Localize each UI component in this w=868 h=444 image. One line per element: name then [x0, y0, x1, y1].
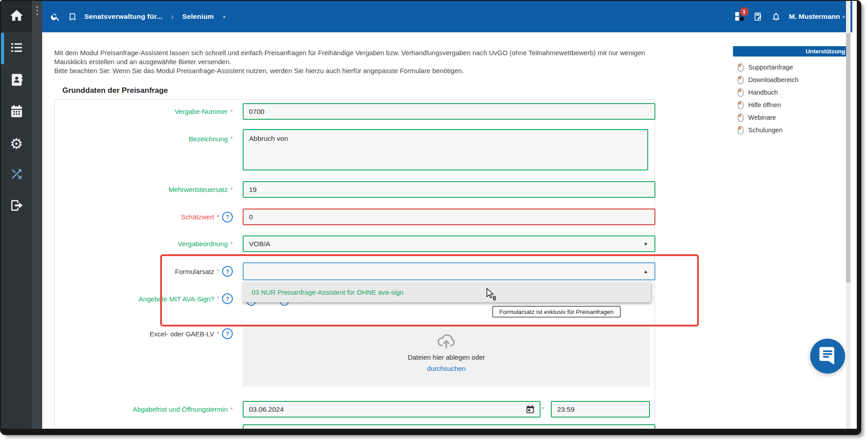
lv-upload-label: Excel- oder GAEB-LV* ? [55, 327, 233, 340]
chat-bubble-icon [818, 345, 837, 367]
vergabeordnung-label: Vergabeordnung* [55, 235, 233, 252]
formularsatz-help-icon[interactable]: ? [222, 266, 233, 277]
formularsatz-combobox[interactable]: ▲ [243, 262, 655, 280]
sidebar: ⚙ [1, 1, 42, 429]
formularsatz-option[interactable]: 03 NUR Preisanfrage-Assistent für OHNE a… [252, 288, 403, 296]
sidebar-item-contacts[interactable] [1, 65, 32, 96]
bindefrist-label: Bindefrist* [55, 424, 233, 429]
ava-sign-help-icon[interactable]: ? [222, 293, 233, 304]
breadcrumb-project[interactable]: Selenium [182, 13, 214, 21]
list-icon [9, 40, 24, 57]
chevron-down-icon: ▼ [643, 241, 648, 247]
abgabefrist-time-input[interactable]: 23:59 [551, 401, 650, 418]
scrollbar-thumb[interactable] [846, 33, 851, 283]
bindefrist-date-input[interactable]: 03.07.2024 [243, 424, 655, 429]
vertical-scrollbar [846, 1, 851, 429]
screenshot-stage: ⚙ [0, 0, 868, 444]
lv-upload-help-icon[interactable]: ? [222, 328, 233, 339]
mouse-cursor-icon [486, 288, 498, 303]
notifications-bell-icon[interactable] [771, 12, 781, 22]
sidebar-item-home[interactable] [1, 1, 32, 32]
user-menu-caret-icon: ▾ [842, 13, 845, 20]
release-notes-icon[interactable] [753, 12, 763, 22]
support-item-hilfe-oeffnen[interactable]: Hilfe öffnen [733, 99, 846, 111]
support-item-supportanfrage[interactable]: Supportanfrage [733, 61, 846, 74]
file-dropzone[interactable]: Dateien hier ablegen oder durchsuchen [243, 325, 650, 387]
sidebar-item-calendar[interactable] [1, 96, 32, 128]
sidebar-item-logout[interactable] [1, 191, 32, 222]
dropzone-text: Dateien hier ablegen oder [408, 353, 485, 361]
search-icon[interactable] [50, 12, 61, 22]
calendar-picker-icon[interactable] [525, 405, 535, 414]
schaetzwert-help-icon[interactable]: ? [222, 212, 233, 222]
intro-text: Mit dem Modul Preisanfrage-Assistent las… [54, 48, 709, 75]
bookmark-icon[interactable] [67, 12, 78, 22]
page-title: Grunddaten der Preisanfrage [62, 86, 168, 95]
schaetzwert-input[interactable]: 0 [243, 209, 655, 225]
sidebar-item-settings[interactable]: ⚙ [1, 128, 32, 159]
support-panel-title: Unterstützung [733, 46, 846, 57]
formularsatz-tooltip: Formularsatz ist exklusiv für Preisanfra… [492, 306, 621, 318]
abgabefrist-date-input[interactable]: 03.06.2024 [243, 401, 541, 418]
form-panel: Vergabe-Nummer* 0700 Bezeichnung* Abbruc… [54, 99, 655, 429]
cloud-upload-icon [436, 331, 457, 351]
browse-link[interactable]: durchsuchen [427, 365, 466, 372]
settings-gear-icon: ⚙ [10, 136, 23, 151]
support-item-webinare[interactable]: Webinare [733, 111, 846, 124]
module-switcher-button[interactable]: 1 [734, 11, 746, 22]
topbar: Senatsverwaltung für... › Selenium ▾ 1 [42, 1, 852, 32]
intro-line-1: Mit dem Modul Preisanfrage-Assistent las… [54, 48, 709, 57]
chevron-up-icon: ▲ [643, 269, 648, 274]
mehrwertsteuersatz-input[interactable]: 19 [243, 181, 655, 198]
vergabeordnung-select[interactable]: VOB/A ▼ [243, 235, 655, 252]
intro-line-3: Bitte beachten Sie: Wenn Sie das Modul P… [54, 66, 709, 75]
support-item-handbuch[interactable]: Handbuch [733, 86, 846, 99]
calendar-picker-icon[interactable] [640, 428, 650, 429]
abgabefrist-label: Abgabefrist und Öffnungstermin* [55, 401, 233, 418]
logout-icon [9, 198, 24, 214]
vergabe-nummer-label: Vergabe-Nummer* [55, 103, 233, 120]
breadcrumb-separator-icon: › [171, 12, 174, 22]
schaetzwert-label: Schätzwert* ? [55, 209, 233, 225]
bezeichnung-label: Bezeichnung* [55, 129, 233, 148]
ava-sign-label: Angebote MIT AVA-Sign?* ? [55, 292, 233, 305]
mehrwertsteuersatz-label: Mehrwertsteuersatz* [55, 181, 233, 198]
breadcrumb-org[interactable]: Senatsverwaltung für... [84, 13, 162, 21]
breadcrumb-caret-icon[interactable]: ▾ [223, 13, 226, 20]
shuffle-icon [9, 167, 24, 183]
support-item-downloadbereich[interactable]: Downloadbereich [733, 74, 846, 86]
formularsatz-dropdown-panel: 03 NUR Preisanfrage-Assistent für OHNE a… [243, 282, 651, 302]
sidebar-strip [32, 1, 42, 429]
notification-badge: 1 [740, 7, 749, 16]
vergabe-nummer-input[interactable]: 0700 [243, 103, 655, 120]
support-panel: Unterstützung Supportanfrage Downloadber… [733, 46, 846, 136]
main-content: Mit dem Modul Preisanfrage-Assistent las… [42, 32, 846, 429]
abgabefrist-required-marker: * [539, 401, 548, 418]
sidebar-item-workflow[interactable] [1, 159, 32, 191]
bezeichnung-textarea[interactable]: Abbruch von [243, 129, 648, 170]
sidebar-item-list[interactable] [1, 33, 32, 64]
user-name: M. Mustermann [789, 13, 840, 21]
sidebar-menu-dots-icon[interactable] [34, 6, 40, 15]
formularsatz-label: Formularsatz* ? [55, 262, 233, 280]
intro-line-2: Mausklicks erstellen und an ausgewählte … [54, 57, 709, 66]
home-icon [9, 8, 24, 25]
user-menu[interactable]: M. Mustermann ▾ [789, 13, 845, 21]
app-window: ⚙ [0, 0, 861, 435]
contacts-icon [9, 73, 24, 89]
support-item-schulungen[interactable]: Schulungen [733, 124, 846, 136]
chat-widget-button[interactable] [810, 339, 845, 374]
calendar-icon [9, 104, 24, 120]
